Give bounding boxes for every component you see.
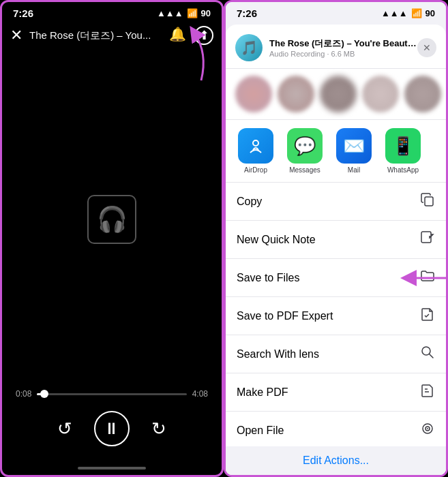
- right-wifi-icon: 📶: [411, 8, 422, 18]
- left-status-icons: ▲▲▲ 📶 90: [157, 8, 211, 18]
- share-app-icon: 🎵: [235, 34, 263, 61]
- mail-icon: ✉️: [336, 128, 372, 164]
- menu-item-copy[interactable]: Copy: [226, 183, 446, 221]
- signal-icon: ▲▲▲: [157, 8, 183, 18]
- home-indicator: [78, 467, 146, 470]
- headphone-icon: 🎧: [87, 195, 136, 244]
- edit-actions-button[interactable]: Edit Actions...: [226, 446, 446, 475]
- right-signal-icon: ▲▲▲: [381, 8, 408, 18]
- progress-track[interactable]: [37, 393, 186, 395]
- open-file-label: Open File: [237, 425, 284, 437]
- current-time: 0:08: [16, 389, 31, 399]
- menu-item-save-files[interactable]: Save to Files: [226, 259, 446, 297]
- share-subtitle: Audio Recording · 6.6 MB: [269, 50, 417, 58]
- app-item-mail[interactable]: ✉️ Mail: [331, 128, 377, 174]
- blur-circle-5: [404, 76, 441, 112]
- menu-item-pdf-expert[interactable]: Save to PDF Expert: [226, 297, 446, 335]
- save-files-label: Save to Files: [237, 272, 299, 284]
- menu-item-search-lens[interactable]: Search With lens: [226, 335, 446, 373]
- search-lens-label: Search With lens: [237, 348, 319, 360]
- share-title: The Rose (더로즈) – You're Beautifu...: [269, 37, 417, 50]
- share-header: 🎵 The Rose (더로즈) – You're Beautifu... Au…: [226, 25, 446, 69]
- copy-label: Copy: [237, 196, 262, 208]
- make-pdf-label: Make PDF: [237, 386, 288, 399]
- right-time: 7:26: [237, 7, 257, 19]
- bell-icon[interactable]: 🔔: [169, 26, 186, 45]
- right-status-icons: ▲▲▲ 📶 90: [381, 8, 435, 18]
- svg-point-7: [427, 428, 428, 429]
- close-button[interactable]: ✕: [10, 27, 23, 44]
- blur-circle-4: [362, 76, 399, 112]
- quick-note-icon: [420, 230, 435, 249]
- search-icon: [420, 345, 435, 363]
- right-panel: 7:26 ▲▲▲ 📶 90 🎵 The Rose (더로즈) – You're …: [224, 0, 448, 477]
- svg-point-0: [253, 140, 258, 146]
- menu-item-make-pdf[interactable]: Make PDF: [226, 373, 446, 412]
- playback-controls: ↺ ⏸ ↻: [16, 411, 208, 446]
- share-close-button[interactable]: ✕: [417, 38, 436, 57]
- blur-circle-3: [320, 76, 357, 112]
- player-bottom: 0:08 4:08 ↺ ⏸ ↻: [2, 389, 222, 467]
- pause-button[interactable]: ⏸: [94, 411, 130, 446]
- blur-circle-1: [235, 76, 272, 112]
- menu-item-open-file[interactable]: Open File: [226, 412, 446, 446]
- blur-circles-row: [226, 69, 446, 120]
- left-panel: 7:26 ▲▲▲ 📶 90 ✕ The Rose (더로즈) – You... …: [0, 0, 224, 477]
- airdrop-icon: [238, 128, 273, 164]
- messages-label: Messages: [289, 166, 320, 174]
- app-icons-row: AirDrop 💬 Messages ✉️ Mail 📱 WhatsApp: [226, 120, 446, 183]
- svg-rect-1: [425, 197, 433, 206]
- svg-line-4: [430, 354, 434, 358]
- right-status-bar: 7:26 ▲▲▲ 📶 90: [226, 2, 446, 22]
- right-battery: 90: [425, 8, 435, 18]
- pdf-expert-label: Save to PDF Expert: [237, 310, 333, 322]
- wifi-icon: 📶: [187, 8, 198, 18]
- progress-dot: [40, 390, 48, 398]
- menu-section: Copy New Quick Note: [226, 183, 446, 446]
- rewind-button[interactable]: ↺: [57, 418, 72, 440]
- folder-icon: [420, 268, 435, 287]
- menu-item-quick-note[interactable]: New Quick Note: [226, 221, 446, 259]
- left-time: 7:26: [13, 7, 33, 19]
- blur-circle-2: [278, 76, 314, 112]
- pdf-expert-icon: [420, 307, 435, 325]
- whatsapp-label: WhatsApp: [387, 166, 419, 174]
- messages-icon: 💬: [287, 128, 323, 164]
- top-action-icons: 🔔 ⬆: [169, 26, 213, 45]
- left-status-bar: 7:26 ▲▲▲ 📶 90: [2, 2, 222, 22]
- make-pdf-icon: [420, 383, 435, 401]
- left-top-bar: ✕ The Rose (더로즈) – You... 🔔 ⬆: [2, 22, 222, 49]
- share-info: The Rose (더로즈) – You're Beautifu... Audi…: [269, 37, 417, 58]
- copy-icon: [420, 192, 435, 211]
- mail-label: Mail: [348, 166, 360, 174]
- total-time: 4:08: [192, 389, 208, 399]
- open-file-icon: [420, 421, 435, 440]
- forward-button[interactable]: ↻: [151, 418, 166, 440]
- track-title: The Rose (더로즈) – You...: [29, 29, 169, 42]
- share-sheet: 🎵 The Rose (더로즈) – You're Beautifu... Au…: [226, 25, 446, 475]
- progress-bar-container: 0:08 4:08: [16, 389, 208, 399]
- app-item-whatsapp[interactable]: 📱 WhatsApp: [380, 128, 426, 174]
- app-item-messages[interactable]: 💬 Messages: [282, 128, 328, 174]
- app-item-airdrop[interactable]: AirDrop: [233, 128, 279, 174]
- whatsapp-icon: 📱: [385, 128, 421, 164]
- share-icon[interactable]: ⬆: [194, 26, 213, 45]
- battery-label: 90: [201, 8, 211, 18]
- quick-note-label: New Quick Note: [237, 234, 316, 246]
- player-center: 🎧: [2, 49, 222, 389]
- airdrop-label: AirDrop: [244, 166, 267, 174]
